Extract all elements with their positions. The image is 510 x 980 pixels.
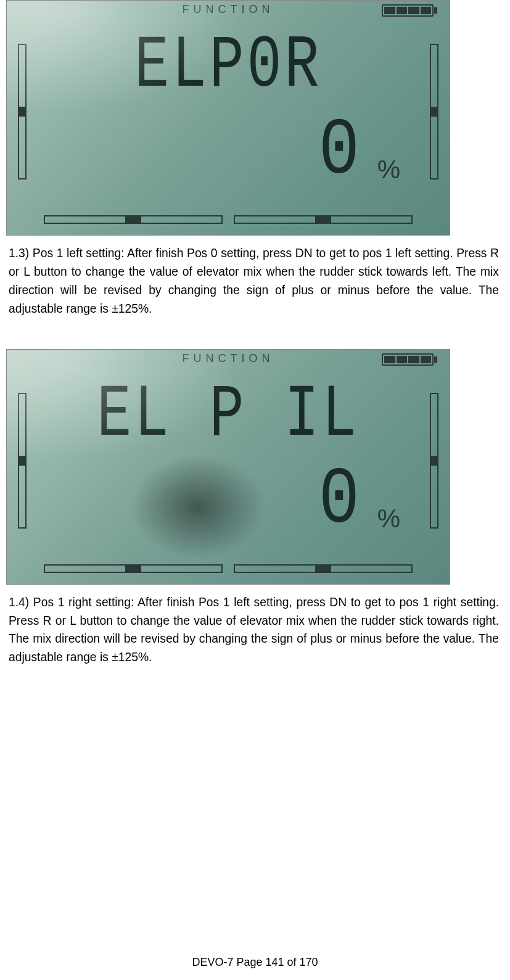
trim-gauge-right [430, 44, 438, 179]
function-label: FUNCTION [183, 3, 274, 16]
percent-symbol: % [377, 155, 400, 184]
lcd-line1: EL P IL [56, 378, 401, 452]
paragraph-1-3: 1.3) Pos 1 left setting: After finish Po… [9, 244, 499, 318]
function-label: FUNCTION [183, 352, 274, 365]
trim-gauge-bottom-right [234, 215, 413, 224]
trim-gauge-bottom-left [44, 564, 223, 573]
lcd-photo-2: FUNCTION EL P IL 0 % [6, 349, 450, 585]
trim-gauge-bottom-left [44, 215, 223, 224]
battery-icon [382, 4, 437, 17]
lcd-photo-1: FUNCTION ELP0R 0 % [6, 0, 450, 236]
paragraph-1-4: 1.4) Pos 1 right setting: After finish P… [9, 593, 499, 667]
trim-gauge-left [18, 44, 27, 179]
lcd-value: 0 [319, 112, 360, 192]
lcd-value: 0 [319, 461, 360, 541]
trim-gauge-left [18, 393, 27, 529]
lcd-line1: ELP0R [56, 29, 401, 103]
trim-gauge-right [430, 393, 438, 529]
percent-symbol: % [377, 504, 400, 533]
battery-icon [382, 353, 437, 366]
trim-gauge-bottom-right [234, 564, 413, 573]
page-footer: DEVO-7 Page 141 of 170 [0, 956, 510, 969]
